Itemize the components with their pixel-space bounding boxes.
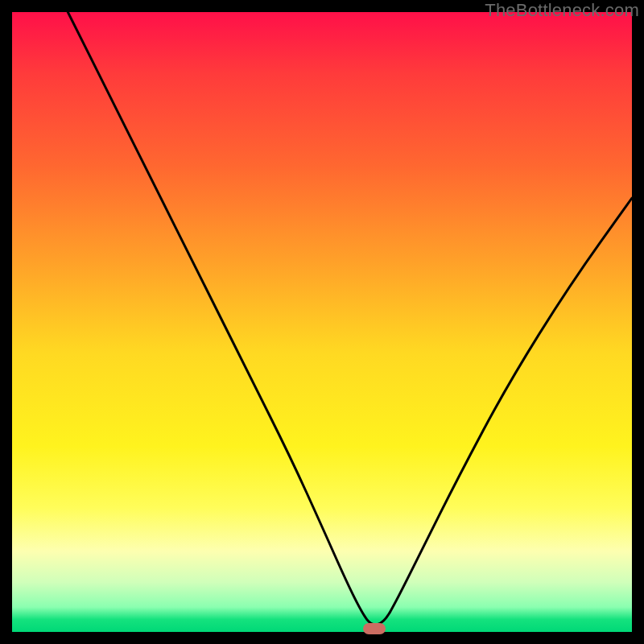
plot-area — [12, 12, 632, 632]
watermark-text: TheBottleneck.com — [485, 0, 639, 21]
bottleneck-curve — [12, 12, 632, 632]
chart-container: TheBottleneck.com — [0, 0, 644, 644]
minimum-marker — [363, 623, 386, 634]
